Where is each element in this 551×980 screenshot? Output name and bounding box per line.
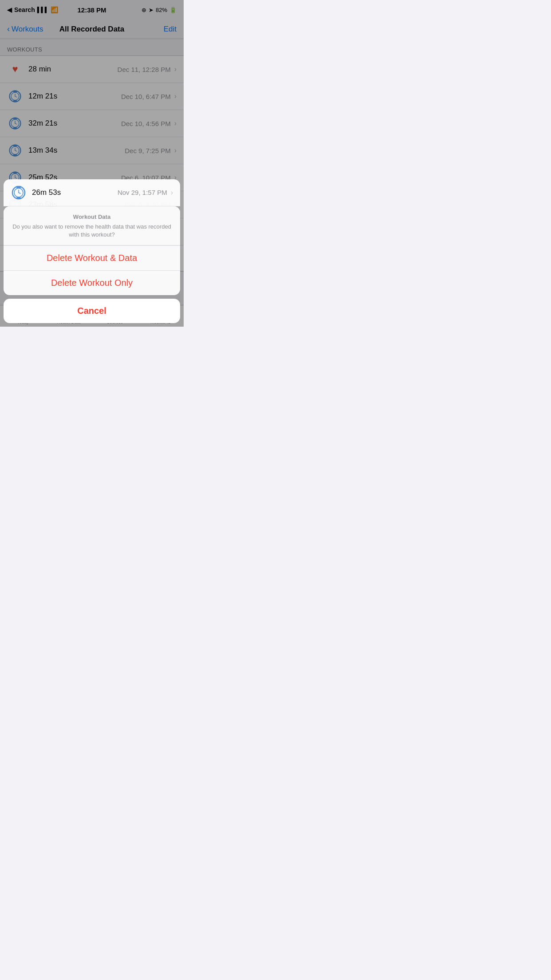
action-sheet-header: Workout Data Do you also want to remove … (4, 206, 180, 245)
peek-duration: 26m 53s (32, 188, 118, 197)
watch-svg-icon (11, 185, 27, 201)
action-sheet-main: Workout Data Do you also want to remove … (4, 206, 180, 295)
action-sheet-cancel-container: Cancel (4, 299, 180, 323)
delete-workout-and-data-button[interactable]: Delete Workout & Data (4, 245, 180, 270)
action-sheet-message: Do you also want to remove the health da… (12, 223, 171, 239)
peek-row: 26m 53s Nov 29, 1:57 PM › (4, 179, 180, 206)
peek-date: Nov 29, 1:57 PM (118, 189, 167, 196)
delete-workout-only-button[interactable]: Delete Workout Only (4, 270, 180, 295)
action-sheet-title: Workout Data (12, 213, 171, 220)
action-sheet: 26m 53s Nov 29, 1:57 PM › Workout Data D… (0, 179, 184, 327)
chevron-right-icon: › (171, 189, 173, 197)
cancel-button[interactable]: Cancel (4, 299, 180, 323)
